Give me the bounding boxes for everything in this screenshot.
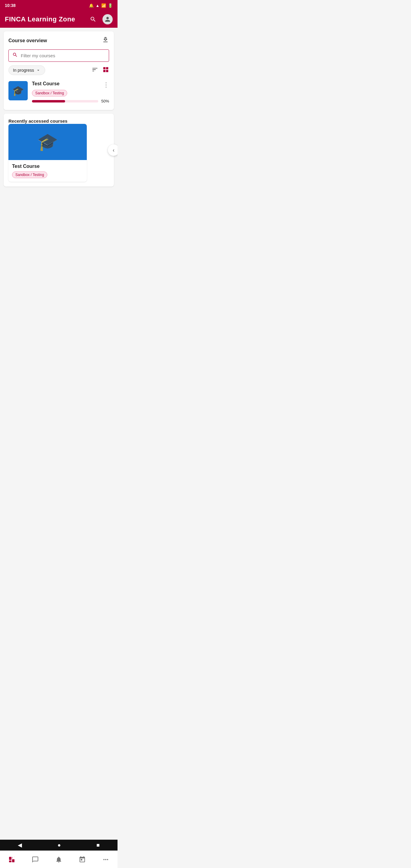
course-card-image-icon: 🎓 [37,132,58,152]
battery-icon: 🔋 [108,3,113,8]
wifi-icon: ▲ [96,3,99,8]
app-bar-actions [89,14,113,24]
scroll-back-button[interactable]: ‹ [108,144,118,156]
filter-selected-label: In progress [13,68,34,73]
profile-button[interactable] [102,14,113,24]
notification-icon: 🔔 [89,3,94,8]
course-thumb-icon: 🎓 [12,85,24,96]
recent-course-tag: Sandbox / Testing [12,172,47,178]
app-bar: FINCA Learning Zone [0,11,118,28]
recently-accessed-title: Recently accessed courses [8,119,67,124]
course-thumbnail: 🎓 [8,81,28,100]
main-content: Course overview In progress [0,28,118,230]
course-item-header: Test Course ⋮ [32,81,109,88]
progress-bar-fill [32,100,65,102]
progress-bar-wrapper: 50% [32,99,109,103]
filter-input[interactable] [21,53,105,58]
search-bar[interactable] [8,50,109,62]
course-card-image: 🎓 [8,124,87,160]
search-bar-icon [12,52,18,59]
course-card-body: Test Course Sandbox / Testing [8,160,87,182]
course-name: Test Course [32,81,59,87]
recent-course-name: Test Course [12,164,83,169]
recently-accessed-section: Recently accessed courses 🎓 Test Course … [4,114,114,187]
course-info: Test Course ⋮ Sandbox / Testing 50% [32,81,109,103]
filter-icons [92,66,109,74]
course-tag: Sandbox / Testing [32,90,67,96]
app-bar-title: FINCA Learning Zone [5,16,75,23]
filter-row: In progress [8,65,109,75]
status-icons: 🔔 ▲ 📶 🔋 [89,3,113,8]
sort-icon[interactable] [92,66,98,74]
search-button[interactable] [89,15,98,24]
grid-view-icon[interactable] [102,66,109,74]
course-overview-title: Course overview [8,38,47,43]
status-bar: 10:38 🔔 ▲ 📶 🔋 [0,0,118,11]
status-time: 10:38 [5,3,16,8]
course-overview-card: Course overview In progress [4,31,114,110]
progress-bar-background [32,100,98,102]
course-item[interactable]: 🎓 Test Course ⋮ Sandbox / Testing 50% [8,79,109,105]
progress-percent: 50% [101,99,109,103]
filter-dropdown[interactable]: In progress [8,65,45,75]
signal-icon: 📶 [101,3,106,8]
recent-course-card[interactable]: 🎓 Test Course Sandbox / Testing [8,124,87,182]
download-icon[interactable] [102,36,109,45]
course-overview-header: Course overview [8,36,109,45]
more-options-icon[interactable]: ⋮ [103,81,109,88]
